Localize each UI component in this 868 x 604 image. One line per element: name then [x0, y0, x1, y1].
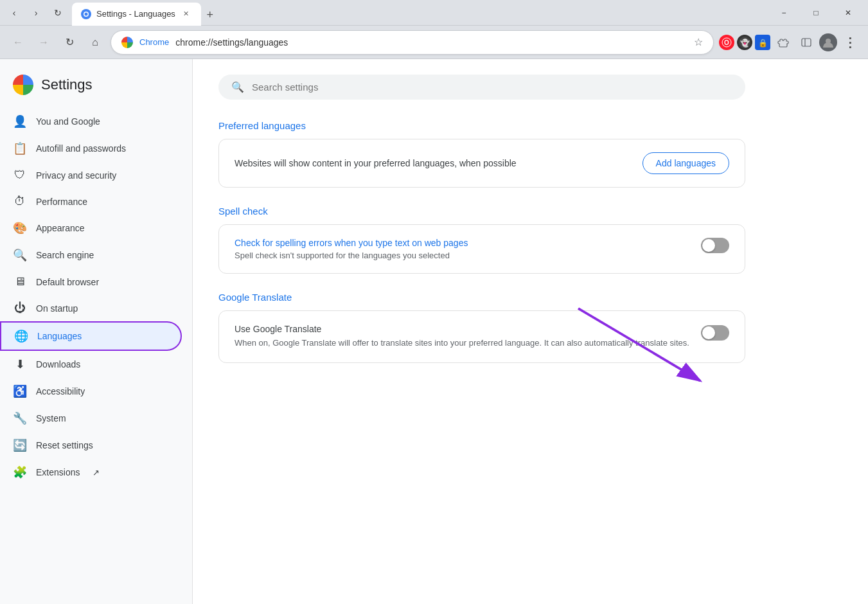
on-startup-icon: ⏻ [13, 301, 27, 315]
sidebar-item-accessibility[interactable]: ♿Accessibility [0, 378, 182, 405]
sidebar-label-reset-settings: Reset settings [36, 440, 93, 450]
extensions-icon: 🧩 [13, 465, 27, 479]
spell-check-slider [701, 238, 729, 253]
sidebar-label-default-browser: Default browser [36, 277, 99, 287]
languages-icon: 🌐 [14, 329, 28, 343]
home-button[interactable]: ⌂ [85, 32, 105, 53]
sidebar-label-search-engine: Search engine [36, 250, 94, 260]
spell-check-row: Check for spelling errors when you type … [235, 238, 729, 260]
tab-refresh[interactable]: ↻ [49, 4, 67, 22]
url-display: chrome://settings/languages [175, 37, 687, 48]
system-icon: 🔧 [13, 411, 27, 425]
active-tab[interactable]: Settings - Languages ✕ [72, 3, 201, 26]
title-bar: ‹ › ↻ Settings - Languages ✕ + − [0, 0, 868, 26]
google-translate-toggle[interactable] [701, 325, 729, 341]
svg-text:👻: 👻 [740, 38, 750, 48]
search-bar-container: 🔍 [218, 75, 842, 100]
sidebar-item-system[interactable]: 🔧System [0, 405, 182, 432]
sidebar-label-downloads: Downloads [36, 359, 80, 369]
sidebar-item-downloads[interactable]: ⬇Downloads [0, 351, 182, 378]
spell-check-toggle[interactable] [701, 238, 729, 253]
bookmark-icon[interactable]: ☆ [694, 36, 703, 48]
tab-history-back[interactable]: ‹ [5, 4, 23, 22]
svg-point-2 [85, 12, 88, 15]
profile-avatar[interactable] [819, 33, 837, 51]
sidebar-item-performance[interactable]: ⏱Performance [0, 188, 182, 215]
sidebar-item-default-browser[interactable]: 🖥Default browser [0, 269, 182, 295]
tab-strip: Settings - Languages ✕ + [72, 0, 764, 26]
spell-check-text: Check for spelling errors when you type … [235, 238, 468, 260]
sidebar: Settings 👤You and Google📋Autofill and pa… [0, 59, 193, 604]
google-translate-slider [701, 325, 729, 341]
settings-logo [13, 75, 33, 95]
tab-close-button[interactable]: ✕ [181, 8, 192, 20]
tab-favicon [81, 9, 91, 19]
search-engine-icon: 🔍 [13, 248, 27, 262]
search-input[interactable] [252, 82, 732, 93]
extensions-external-icon: ↗ [93, 468, 100, 477]
spell-check-primary: Check for spelling errors when you type … [235, 238, 468, 248]
svg-text:O: O [724, 39, 729, 46]
sidebar-label-privacy: Privacy and security [36, 170, 116, 181]
add-languages-button[interactable]: Add languages [642, 152, 729, 174]
autofill-icon: 📋 [13, 141, 27, 155]
spell-check-title: Spell check [218, 206, 842, 217]
toolbar: ← → ↻ ⌂ Chrome chrome://settings/languag… [0, 26, 868, 59]
accessibility-icon: ♿ [13, 384, 27, 398]
translate-row: Use Google Translate When on, Google Tra… [235, 324, 729, 350]
back-button[interactable]: ← [8, 32, 28, 53]
sidebar-item-autofill[interactable]: 📋Autofill and passwords [0, 135, 182, 162]
preferred-languages-card: Websites will show content in your prefe… [218, 139, 745, 188]
sidebar-label-languages: Languages [37, 331, 82, 341]
privacy-icon: 🛡 [13, 168, 27, 182]
menu-button[interactable]: ⋮ [840, 32, 860, 53]
refresh-button[interactable]: ↻ [59, 32, 80, 53]
translate-text: Use Google Translate When on, Google Tra… [235, 324, 689, 350]
default-browser-icon: 🖥 [13, 275, 27, 289]
sidebar-item-appearance[interactable]: 🎨Appearance [0, 215, 182, 242]
settings-header: Settings [0, 69, 192, 108]
preferred-languages-description: Websites will show content in your prefe… [235, 157, 632, 170]
extensions-button[interactable] [773, 32, 793, 53]
sidebar-item-search-engine[interactable]: 🔍Search engine [0, 242, 182, 269]
google-translate-card: Use Google Translate When on, Google Tra… [218, 310, 745, 363]
bitwarden-extension-icon[interactable]: 🔒 [755, 35, 770, 50]
tab-history-forward[interactable]: › [27, 4, 45, 22]
settings-title-text: Settings [41, 76, 93, 93]
sidebar-label-you-and-google: You and Google [36, 116, 100, 127]
maximize-button[interactable]: □ [801, 3, 831, 23]
sidebar-label-extensions: Extensions [36, 467, 80, 477]
spell-check-secondary: Spell check isn't supported for the lang… [235, 251, 468, 260]
google-translate-title: Google Translate [218, 292, 842, 303]
ghost-extension-icon[interactable]: 👻 [737, 35, 752, 50]
forward-button[interactable]: → [33, 32, 54, 53]
search-bar: 🔍 [218, 75, 745, 100]
sidebar-item-reset-settings[interactable]: 🔄Reset settings [0, 432, 182, 459]
sidebar-item-you-and-google[interactable]: 👤You and Google [0, 108, 182, 135]
new-tab-button[interactable]: + [201, 6, 219, 24]
downloads-icon: ⬇ [13, 357, 27, 371]
sidebar-item-languages[interactable]: 🌐Languages [0, 321, 182, 351]
sidebar-label-accessibility: Accessibility [36, 386, 85, 396]
sidebar-button[interactable] [796, 32, 817, 53]
toolbar-actions: O 👻 🔒 ⋮ [719, 32, 860, 53]
sidebar-label-performance: Performance [36, 197, 87, 207]
content-panel: 🔍 Preferred languages Websites will show… [193, 59, 868, 604]
sidebar-item-privacy[interactable]: 🛡Privacy and security [0, 162, 182, 188]
you-and-google-icon: 👤 [13, 114, 27, 129]
svg-text:🔒: 🔒 [758, 38, 768, 48]
sidebar-label-appearance: Appearance [36, 223, 85, 233]
minimize-button[interactable]: − [769, 3, 799, 23]
main-area: Settings 👤You and Google📋Autofill and pa… [0, 59, 868, 604]
content-area-wrapper: 🔍 Preferred languages Websites will show… [193, 59, 868, 604]
address-bar[interactable]: Chrome chrome://settings/languages ☆ [111, 30, 714, 55]
close-button[interactable]: ✕ [833, 3, 863, 23]
chrome-logo-icon [121, 37, 133, 48]
sidebar-item-on-startup[interactable]: ⏻On startup [0, 295, 182, 321]
chrome-label: Chrome [139, 37, 169, 47]
svg-rect-9 [802, 39, 811, 46]
opera-extension-icon[interactable]: O [719, 35, 734, 50]
sidebar-label-autofill: Autofill and passwords [36, 143, 126, 154]
preferred-languages-title: Preferred languages [218, 120, 842, 131]
sidebar-item-extensions[interactable]: 🧩Extensions↗ [0, 459, 182, 486]
